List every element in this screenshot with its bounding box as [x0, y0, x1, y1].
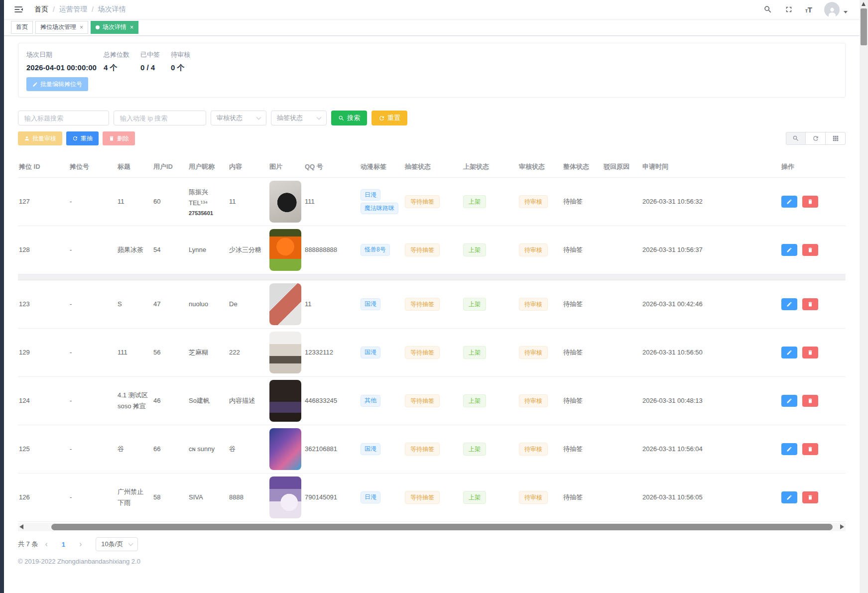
shelf-status-badge: 上架	[463, 394, 486, 407]
actions-cell	[780, 280, 846, 329]
delete-row-button[interactable]	[802, 443, 818, 455]
scroll-left-arrow-icon[interactable]	[19, 524, 23, 529]
content-cell: 222	[228, 329, 268, 377]
lottery-status-badge-cell: 等待抽签	[404, 329, 462, 377]
horizontal-scrollbar-thumb[interactable]	[51, 524, 833, 530]
batch-edit-booth-number-button[interactable]: 批量编辑摊位号	[26, 77, 88, 91]
shelf-status-badge-cell: 上架	[462, 280, 518, 329]
scroll-up-arrow-icon[interactable]	[862, 2, 866, 6]
horizontal-scrollbar[interactable]	[18, 523, 846, 531]
qq-number-cell: 11	[304, 280, 360, 329]
column-header: 驳回原因	[603, 156, 641, 178]
next-page-arrow[interactable]: ›	[72, 540, 89, 549]
column-settings-grid-icon[interactable]	[826, 132, 846, 145]
edit-row-button[interactable]	[781, 443, 797, 455]
summary-session-date: 场次日期 2026-04-01 00:00:00	[26, 50, 104, 73]
reject-reason-cell	[603, 226, 641, 274]
close-icon[interactable]: ×	[80, 24, 83, 31]
content-cell: De	[228, 280, 268, 329]
audit-status-badge-cell: 待审核	[518, 425, 562, 474]
anime-tags-cell: 其他	[360, 377, 404, 425]
font-size-icon[interactable]: тT	[805, 5, 812, 14]
table-search-tool-icon[interactable]	[786, 132, 806, 145]
cat-photo-thumbnail[interactable]	[269, 181, 301, 223]
plush-toy-photo-thumbnail[interactable]	[269, 476, 301, 518]
qq-number-cell: 790145091	[304, 474, 360, 522]
chevron-down-icon	[128, 541, 133, 546]
user-id-cell: 66	[152, 425, 188, 474]
reject-reason-cell	[603, 178, 641, 226]
title-search-input[interactable]	[18, 111, 109, 125]
redraw-button[interactable]: 重抽	[66, 131, 99, 145]
lottery-status-badge-cell: 等待抽签	[404, 178, 462, 226]
table-refresh-tool-icon[interactable]	[806, 132, 826, 145]
edit-row-button[interactable]	[781, 395, 797, 407]
edit-row-button[interactable]	[781, 244, 797, 256]
booth-id-cell: 126	[18, 474, 69, 522]
shelf-status-badge-cell: 上架	[462, 329, 518, 377]
avatar[interactable]	[824, 2, 840, 17]
edit-row-button[interactable]	[781, 491, 797, 503]
audit-status-badge-cell: 待审核	[518, 474, 562, 522]
delete-row-button[interactable]	[802, 347, 818, 358]
vertical-scrollbar[interactable]	[860, 0, 868, 593]
edit-row-button[interactable]	[781, 298, 797, 310]
audit-status-select[interactable]: 审核状态	[211, 111, 266, 125]
bulk-delete-button[interactable]: 删除	[103, 131, 135, 145]
user-id-cell: 58	[152, 474, 188, 522]
edit-row-button[interactable]	[781, 347, 797, 358]
delete-row-button[interactable]	[802, 395, 818, 407]
shelf-status-badge-cell: 上架	[462, 474, 518, 522]
anime-tags-cell: 怪兽8号	[360, 226, 404, 274]
lottery-status-badge: 等待抽签	[405, 298, 440, 311]
lottery-status-badge: 等待抽签	[405, 243, 440, 256]
page-size-select[interactable]: 10条/页	[96, 537, 138, 551]
header-search-icon[interactable]	[763, 5, 772, 14]
audit-status-badge: 待审核	[519, 443, 548, 456]
bulk-action-bar: 批量审核 重抽 删除	[18, 131, 846, 145]
user-menu[interactable]	[824, 2, 848, 17]
booth-no-cell: -	[69, 178, 117, 226]
sidebar-toggle-icon[interactable]	[14, 5, 24, 14]
delete-row-button[interactable]	[802, 491, 818, 503]
orange-character-photo-thumbnail[interactable]	[269, 229, 301, 271]
tab-booth-session-management[interactable]: 摊位场次管理 ×	[35, 21, 88, 34]
batch-audit-button[interactable]: 批量审核	[18, 131, 62, 145]
column-header: 内容	[228, 156, 268, 178]
summary-total-booths: 总摊位数 4 个	[104, 50, 140, 73]
anime-tags-cell: 国漫	[360, 280, 404, 329]
breadcrumb-operations[interactable]: 运营管理	[59, 5, 87, 14]
nickname-cell: Lynne	[188, 226, 228, 274]
lottery-status-select[interactable]: 抽签状态	[271, 111, 327, 125]
tab-session-detail[interactable]: 场次详情 ×	[91, 21, 138, 34]
tab-home[interactable]: 首页	[11, 21, 33, 34]
close-icon[interactable]: ×	[130, 24, 133, 31]
booth-id-cell: 127	[18, 178, 69, 226]
lottery-status-badge: 等待抽签	[405, 491, 440, 504]
fullscreen-icon[interactable]	[784, 5, 793, 14]
storefront-photo-thumbnail[interactable]	[269, 332, 301, 373]
actions-cell	[780, 329, 846, 377]
food-photo-thumbnail[interactable]	[269, 283, 301, 325]
shelf-status-badge: 上架	[463, 491, 486, 504]
breadcrumb-home[interactable]: 首页	[34, 5, 48, 14]
qq-number-cell: 888888888	[304, 226, 360, 274]
prev-page-arrow[interactable]: ‹	[38, 540, 54, 549]
dark-booth-photo-thumbnail[interactable]	[269, 380, 301, 422]
search-button[interactable]: 搜索	[331, 111, 367, 125]
collapsed-sidebar[interactable]	[0, 0, 4, 593]
scroll-right-arrow-icon[interactable]	[840, 524, 844, 529]
chevron-down-icon	[256, 115, 261, 119]
page-number[interactable]: 1	[55, 541, 72, 548]
vertical-scrollbar-thumb[interactable]	[861, 8, 867, 45]
column-header: 标题	[117, 156, 152, 178]
delete-row-button[interactable]	[802, 298, 818, 310]
reject-reason-cell	[603, 425, 641, 474]
delete-row-button[interactable]	[802, 196, 818, 208]
reset-button[interactable]: 重置	[372, 111, 407, 125]
edit-row-button[interactable]	[781, 196, 797, 208]
anime-tags-cell: 国漫	[360, 425, 404, 474]
colorful-scene-photo-thumbnail[interactable]	[269, 428, 301, 470]
anime-ip-search-input[interactable]	[114, 111, 206, 125]
delete-row-button[interactable]	[802, 244, 818, 256]
